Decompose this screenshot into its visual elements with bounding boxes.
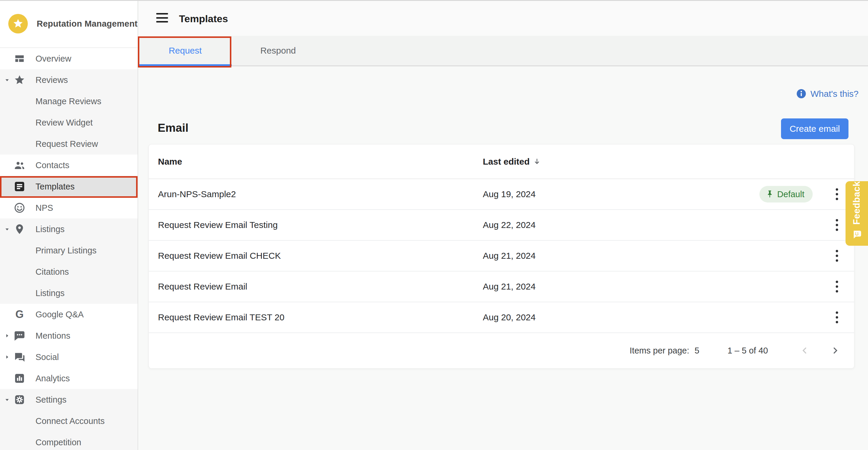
smiley-icon xyxy=(13,201,26,214)
last-edited-date: Aug 19, 2024 xyxy=(483,189,760,199)
row-menu-kebab-icon[interactable] xyxy=(830,247,844,265)
column-header-last-edited[interactable]: Last edited xyxy=(483,157,854,167)
pin-icon xyxy=(765,190,774,199)
row-menu-kebab-icon[interactable] xyxy=(830,185,844,203)
chat-bubble-icon xyxy=(13,329,26,342)
tab-bar: Request Respond xyxy=(139,36,868,66)
last-edited-date: Aug 21, 2024 xyxy=(483,281,830,292)
sidebar-item-analytics[interactable]: Analytics xyxy=(0,368,137,389)
sidebar-item-google-qa[interactable]: G Google Q&A xyxy=(0,304,137,325)
template-name: Arun-NPS-Sample2 xyxy=(149,189,483,199)
sidebar-item-label: Settings xyxy=(35,395,67,405)
tab-request[interactable]: Request xyxy=(139,36,231,65)
feedback-smiley-bubble-icon xyxy=(850,230,863,240)
hamburger-menu-icon[interactable] xyxy=(156,13,168,23)
sidebar-item-request-review[interactable]: Request Review xyxy=(0,133,137,154)
table-row[interactable]: Arun-NPS-Sample2 Aug 19, 2024 Default xyxy=(149,179,854,210)
sidebar-item-label: Contacts xyxy=(35,160,69,170)
template-name: Request Review Email Testing xyxy=(149,220,483,230)
default-badge: Default xyxy=(760,186,813,203)
window-top-border xyxy=(0,0,868,1)
template-name: Request Review Email xyxy=(149,281,483,292)
column-header-name[interactable]: Name xyxy=(149,157,483,167)
row-menu-kebab-icon[interactable] xyxy=(830,308,844,326)
sidebar-item-label: Review Widget xyxy=(35,118,93,128)
sidebar-item-contacts[interactable]: Contacts xyxy=(0,154,137,176)
sidebar-item-nps[interactable]: NPS xyxy=(0,197,137,218)
items-per-page-label: Items per page: xyxy=(629,346,689,356)
sidebar-item-manage-reviews[interactable]: Manage Reviews xyxy=(0,91,137,112)
sidebar-item-review-widget[interactable]: Review Widget xyxy=(0,112,137,133)
star-logo-icon xyxy=(12,18,24,30)
app-title: Reputation Management xyxy=(37,19,137,29)
row-actions xyxy=(830,308,854,326)
template-name: Request Review Email CHECK xyxy=(149,251,483,261)
last-edited-date: Aug 21, 2024 xyxy=(483,251,830,261)
info-icon[interactable] xyxy=(796,88,807,99)
article-icon xyxy=(13,180,26,193)
previous-page-icon[interactable] xyxy=(798,343,812,358)
sidebar-item-primary-listings[interactable]: Primary Listings xyxy=(0,240,137,261)
top-bar: Templates xyxy=(139,0,868,36)
items-per-page-value[interactable]: 5 xyxy=(695,346,700,356)
sidebar-item-label: Connect Accounts xyxy=(35,416,105,426)
sidebar-item-label: Social xyxy=(35,352,59,362)
active-tab-underline xyxy=(139,64,231,66)
sidebar-item-label: NPS xyxy=(35,203,53,213)
chevron-right-icon[interactable] xyxy=(2,330,12,341)
forum-icon xyxy=(13,351,26,364)
brand-logo xyxy=(8,14,28,33)
sidebar-item-listings-sub[interactable]: Listings xyxy=(0,282,137,304)
table-row[interactable]: Request Review Email CHECK Aug 21, 2024 xyxy=(149,241,854,271)
paginator: Items per page: 5 1 – 5 of 40 xyxy=(149,333,854,368)
sidebar-item-connect-accounts[interactable]: Connect Accounts xyxy=(0,410,137,432)
sidebar-item-label: Manage Reviews xyxy=(35,96,101,106)
sidebar-item-label: Primary Listings xyxy=(35,246,96,256)
sidebar-item-label: Listings xyxy=(35,288,64,298)
sidebar-item-citations[interactable]: Citations xyxy=(0,261,137,282)
sidebar-item-templates[interactable]: Templates xyxy=(0,176,137,197)
sidebar-item-overview[interactable]: Overview xyxy=(0,48,137,69)
whats-this-label[interactable]: What's this? xyxy=(811,89,859,99)
sidebar-item-competition[interactable]: Competition xyxy=(0,432,137,450)
sidebar-item-label: Request Review xyxy=(35,139,98,149)
sidebar-item-settings[interactable]: Settings xyxy=(0,389,137,410)
templates-table-card: Name Last edited Arun-NPS-Sample2 Aug 19… xyxy=(149,144,855,368)
sidebar-item-social[interactable]: Social xyxy=(0,347,137,368)
sidebar-item-reviews[interactable]: Reviews xyxy=(0,69,137,91)
badge-label: Default xyxy=(777,189,804,199)
row-actions: Default xyxy=(760,185,854,203)
create-email-button[interactable]: Create email xyxy=(781,118,848,139)
sidebar-item-listings[interactable]: Listings xyxy=(0,218,137,240)
sidebar-item-label: Overview xyxy=(35,54,71,64)
sort-descending-icon[interactable] xyxy=(532,157,541,166)
row-menu-kebab-icon[interactable] xyxy=(830,278,844,296)
people-icon xyxy=(13,159,26,172)
template-name: Request Review Email TEST 20 xyxy=(149,312,483,322)
table-row[interactable]: Request Review Email Aug 21, 2024 xyxy=(149,271,854,302)
sidebar-item-label: Citations xyxy=(35,267,69,277)
star-icon xyxy=(13,73,26,86)
chevron-down-icon[interactable] xyxy=(2,394,12,405)
whats-this-link[interactable]: What's this? xyxy=(796,88,859,99)
next-page-icon[interactable] xyxy=(828,343,842,358)
brand-header: Reputation Management xyxy=(0,0,137,48)
sidebar-item-label: Templates xyxy=(35,182,74,191)
feedback-tab[interactable]: Feedback xyxy=(845,181,868,246)
page-title: Templates xyxy=(179,13,228,25)
tab-label: Respond xyxy=(260,46,296,56)
table-row[interactable]: Request Review Email TEST 20 Aug 20, 202… xyxy=(149,302,854,333)
row-actions xyxy=(830,247,854,265)
section-title-email: Email xyxy=(158,121,188,134)
tab-respond[interactable]: Respond xyxy=(231,36,324,65)
sidebar-item-mentions[interactable]: Mentions xyxy=(0,325,137,347)
sidebar: Reputation Management Overview Reviews M… xyxy=(0,0,138,450)
sidebar-item-label: Listings xyxy=(35,224,64,234)
chevron-down-icon[interactable] xyxy=(2,224,12,235)
chevron-right-icon[interactable] xyxy=(2,352,12,362)
table-row[interactable]: Request Review Email Testing Aug 22, 202… xyxy=(149,210,854,241)
sidebar-item-label: Competition xyxy=(35,438,81,447)
chevron-down-icon[interactable] xyxy=(2,74,12,85)
last-edited-date: Aug 22, 2024 xyxy=(483,220,830,230)
row-menu-kebab-icon[interactable] xyxy=(830,216,844,234)
